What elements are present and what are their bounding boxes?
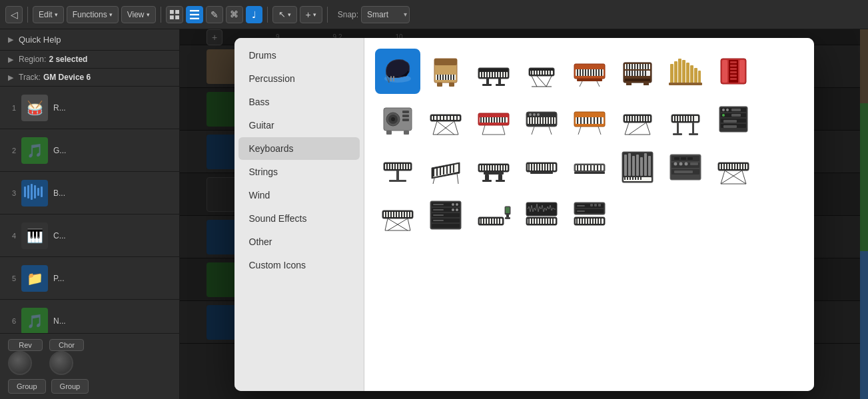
sidebar-item-custom-icons[interactable]: Custom Icons [238,254,360,276]
icon-cell-synth-orange[interactable] [567,97,612,142]
svg-rect-214 [689,133,698,135]
icon-cell-rack-synth-3[interactable] [423,193,468,238]
track-info-row[interactable]: ▶ Track: GM Device 6 [0,69,179,87]
rev-button[interactable]: Rev [8,339,43,351]
sidebar-item-drums[interactable]: Drums [238,44,360,67]
track-item-2[interactable]: 2 🎵 G... [0,129,179,172]
sidebar-item-guitar[interactable]: Guitar [238,114,360,137]
svg-line-60 [537,76,546,87]
add-tool-button[interactable]: + ▾ [300,6,322,23]
rev-knob[interactable] [8,351,32,375]
functions-menu-button[interactable]: Functions ▾ [67,6,119,23]
chor-knob[interactable] [49,351,73,375]
icon-cell-accordion[interactable] [711,49,756,94]
svg-rect-231 [392,164,393,169]
icon-cell-upright-piano[interactable] [423,49,468,94]
icon-cell-electric-piano[interactable] [567,49,612,94]
snap-selector[interactable]: Smart Bar Beat Division ▾ [361,6,410,23]
track-item-4[interactable]: 4 🎹 C... [0,214,179,257]
svg-rect-294 [636,155,639,176]
metronome-button[interactable]: ♩ [246,6,262,23]
svg-rect-39 [497,72,498,77]
icon-cell-keyboard-flat-2[interactable] [567,145,612,190]
icon-cell-keyboard-stand-4[interactable] [375,145,420,190]
list-view-button[interactable] [186,6,203,23]
scissors-tool-button[interactable]: ⌘ [226,6,243,23]
svg-rect-275 [547,164,548,171]
svg-line-75 [597,81,600,87]
icon-cell-grand-piano[interactable] [375,49,420,94]
sidebar-item-percussion[interactable]: Percussion [238,67,360,90]
svg-rect-229 [386,164,388,169]
svg-rect-328 [742,164,743,169]
icon-cell-keyboard-amp[interactable] [375,97,420,142]
svg-rect-67 [588,69,589,76]
svg-rect-66 [585,69,586,76]
view-menu-button[interactable]: View ▾ [121,6,156,23]
sidebar-item-other[interactable]: Other [238,230,360,253]
icon-cell-keyboard-stand-2[interactable] [615,97,660,142]
sidebar-item-bass[interactable]: Bass [238,91,360,113]
icon-cell-digital-piano-2[interactable] [471,145,516,190]
icon-cell-keyboard-stand-x[interactable] [423,97,468,142]
back-button[interactable]: ◁ [5,6,23,23]
icon-cell-pipe-organ[interactable] [663,49,708,94]
track-item-1[interactable]: 1 🥁 R... [0,87,179,129]
svg-point-363 [456,203,458,206]
svg-rect-207 [685,116,686,121]
bottom-controls: Rev Chor Group Group [0,333,179,399]
view-label: View [127,10,145,19]
track-number-6: 6 [5,317,16,325]
modal-overlay: Drums Percussion Bass Guitar Keyboards S… [180,29,868,399]
svg-rect-359 [433,209,444,210]
quick-help-row[interactable]: ▶ Quick Help [0,29,179,51]
sidebar-item-keyboards[interactable]: Keyboards [238,137,360,160]
svg-rect-235 [402,164,404,169]
svg-rect-411 [598,218,599,224]
snap-label: Snap: [338,10,358,19]
icon-cell-digital-piano[interactable] [471,49,516,94]
icon-cell-keyboard-flat-3[interactable] [471,193,516,238]
icon-cell-keyboard-flat-1[interactable] [519,145,564,190]
region-info-row[interactable]: ▶ Region: 2 selected [0,51,179,69]
icon-cell-keyboard-stand-5[interactable] [711,145,756,190]
sidebar-item-strings[interactable]: Strings [238,161,360,183]
group-left-button[interactable]: Group [8,379,46,394]
icon-cell-rack-synth-1[interactable] [711,97,756,142]
icon-cell-rack-kbd-1[interactable] [567,193,612,238]
svg-line-154 [482,125,485,135]
icon-cell-piano-keys-1[interactable] [423,145,468,190]
track-item-3[interactable]: 3 B... [0,172,179,214]
svg-rect-129 [433,116,434,120]
track-label-3: B... [53,189,174,198]
svg-rect-391 [550,218,551,224]
svg-rect-195 [645,116,646,121]
icon-cell-keyboard-stand-6[interactable] [375,193,420,238]
track-item-5[interactable]: 5 📁 P... [0,257,179,300]
icon-cell-piano-stand[interactable] [519,49,564,94]
sidebar-item-wind[interactable]: Wind [238,184,360,206]
group-right-button[interactable]: Group [51,379,89,394]
pen-tool-button[interactable]: ✎ [206,6,223,23]
svg-rect-254 [489,165,490,171]
svg-rect-292 [628,153,631,176]
svg-rect-305 [640,177,642,180]
grid-view-button[interactable] [166,6,183,23]
svg-rect-233 [397,164,398,169]
track-number-3: 3 [5,189,16,197]
icon-cell-organ[interactable] [615,49,660,94]
svg-rect-38 [494,72,496,77]
edit-menu-button[interactable]: Edit ▾ [33,6,64,23]
chor-button[interactable]: Chor [49,339,84,351]
icon-cell-waveform-kbd[interactable] [519,193,564,238]
arrow-tool-button[interactable]: ↖ ▾ [272,6,297,23]
icon-cell-rack-synth-2[interactable] [663,145,708,190]
track-item-6[interactable]: 6 🎵 N... [0,300,179,333]
icon-cell-keyboard-stand-3[interactable] [663,97,708,142]
icon-cell-midi-controller[interactable] [519,97,564,142]
icon-cell-synth-red[interactable] [471,97,516,142]
sidebar-item-sound-effects[interactable]: Sound Effects [238,207,360,230]
icon-cell-pipe-organ-2[interactable] [615,145,660,190]
snap-select-input[interactable]: Smart Bar Beat Division [361,6,410,23]
main-area: ▶ Quick Help ▶ Region: 2 selected ▶ Trac… [0,29,868,399]
